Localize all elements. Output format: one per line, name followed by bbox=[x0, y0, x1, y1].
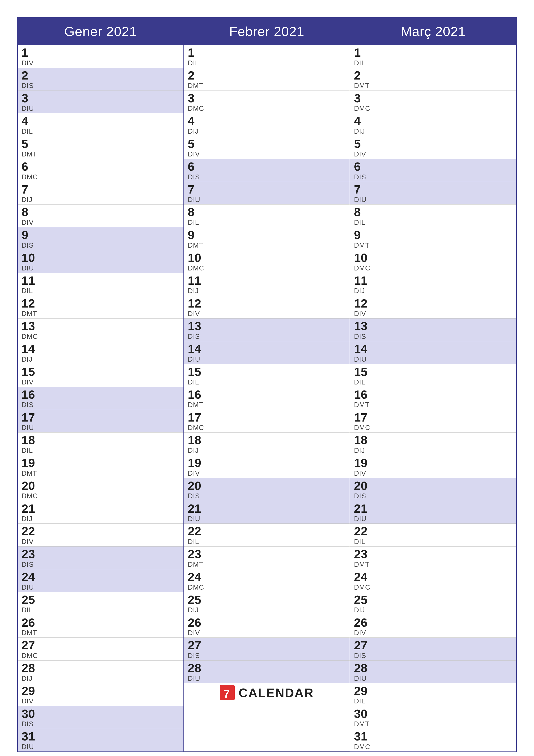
day-row: 1DIV bbox=[18, 45, 184, 68]
day-row: 8DIL bbox=[184, 204, 350, 228]
day-name: DIU bbox=[188, 196, 346, 203]
day-row: 10DIU bbox=[18, 250, 184, 273]
month-col-0: Gener 20211DIV2DIS3DIU4DIL5DMT6DMC7DIJ8D… bbox=[18, 18, 184, 751]
day-number: 24 bbox=[21, 570, 180, 583]
day-name: DIV bbox=[354, 150, 513, 158]
day-number: 11 bbox=[188, 274, 346, 287]
day-number: 2 bbox=[21, 69, 180, 82]
day-name: DIS bbox=[21, 242, 180, 249]
day-row: 28DIJ bbox=[18, 661, 184, 683]
day-row: 28DIU bbox=[184, 661, 350, 683]
day-row: 19DIV bbox=[184, 455, 350, 478]
day-row: 29DIV bbox=[18, 683, 184, 706]
day-row: 22DIL bbox=[350, 524, 516, 547]
day-row: 19DMT bbox=[18, 455, 184, 478]
logo-text: CALENDAR bbox=[239, 686, 314, 700]
day-number: 6 bbox=[188, 160, 346, 173]
day-number: 4 bbox=[21, 114, 180, 127]
day-row: 27DMC bbox=[18, 638, 184, 661]
day-row: 7DIU bbox=[184, 182, 350, 205]
day-row: 17DMC bbox=[350, 410, 516, 433]
day-number: 12 bbox=[354, 297, 513, 310]
day-name: DIL bbox=[21, 127, 180, 135]
page: Gener 20211DIV2DIS3DIU4DIL5DMT6DMC7DIJ8D… bbox=[0, 0, 534, 756]
day-name: DIU bbox=[188, 356, 346, 363]
day-number: 9 bbox=[21, 228, 180, 242]
day-name: DIU bbox=[354, 196, 513, 203]
calendar-logo-icon: 7 bbox=[220, 685, 235, 700]
empty-row bbox=[184, 702, 350, 727]
day-number: 26 bbox=[188, 616, 346, 629]
day-number: 23 bbox=[188, 547, 346, 561]
day-row: 25DIL bbox=[18, 592, 184, 615]
day-row: 9DMT bbox=[184, 228, 350, 250]
day-number: 17 bbox=[21, 411, 180, 424]
day-row: 11DIJ bbox=[350, 273, 516, 296]
day-row: 23DMT bbox=[350, 547, 516, 569]
day-name: DIJ bbox=[188, 606, 346, 614]
day-number: 31 bbox=[21, 730, 180, 743]
day-name: DIS bbox=[354, 173, 513, 181]
day-name: DMC bbox=[354, 743, 513, 751]
day-name: DIV bbox=[188, 310, 346, 317]
day-row: 26DIV bbox=[184, 615, 350, 638]
day-number: 16 bbox=[188, 388, 346, 401]
day-name: DIJ bbox=[188, 287, 346, 295]
day-row: 6DIS bbox=[350, 159, 516, 182]
day-name: DIL bbox=[354, 378, 513, 386]
day-row: 18DIJ bbox=[184, 433, 350, 455]
day-name: DMT bbox=[21, 629, 180, 636]
month-col-2: Març 20211DIL2DMT3DMC4DIJ5DIV6DIS7DIU8DI… bbox=[350, 18, 516, 751]
day-row: 24DIU bbox=[18, 569, 184, 592]
day-row: 21DIU bbox=[184, 501, 350, 524]
day-name: DMT bbox=[188, 561, 346, 568]
day-row: 21DIU bbox=[350, 501, 516, 524]
day-name: DMT bbox=[21, 150, 180, 158]
day-name: DIU bbox=[21, 105, 180, 112]
month-header-0: Gener 2021 bbox=[18, 18, 184, 45]
day-row: 2DIS bbox=[18, 68, 184, 91]
days-container-1: 1DIL2DMT3DMC4DIJ5DIV6DIS7DIU8DIL9DMT10DM… bbox=[184, 45, 350, 751]
day-number: 5 bbox=[354, 137, 513, 150]
day-name: DMT bbox=[188, 242, 346, 249]
day-name: DIV bbox=[21, 59, 180, 67]
day-number: 29 bbox=[21, 684, 180, 698]
day-row: 28DIU bbox=[350, 661, 516, 683]
day-row: 9DIS bbox=[18, 228, 184, 250]
day-number: 11 bbox=[21, 274, 180, 287]
day-row: 4DIL bbox=[18, 113, 184, 136]
day-row: 18DIL bbox=[18, 433, 184, 455]
day-number: 17 bbox=[188, 411, 346, 424]
day-row: 24DMC bbox=[350, 569, 516, 592]
day-row: 5DMT bbox=[18, 136, 184, 159]
month-header-2: Març 2021 bbox=[350, 18, 516, 45]
day-row: 9DMT bbox=[350, 228, 516, 250]
day-name: DIL bbox=[354, 538, 513, 546]
day-row: 17DIU bbox=[18, 410, 184, 433]
day-row: 1DIL bbox=[184, 45, 350, 68]
day-name: DIL bbox=[188, 219, 346, 226]
day-number: 24 bbox=[354, 570, 513, 583]
day-name: DIJ bbox=[354, 606, 513, 614]
day-name: DIS bbox=[354, 652, 513, 660]
day-row: 27DIS bbox=[184, 638, 350, 661]
day-number: 16 bbox=[354, 388, 513, 401]
day-row: 3DMC bbox=[184, 91, 350, 114]
day-number: 16 bbox=[21, 388, 180, 401]
day-row: 17DMC bbox=[184, 410, 350, 433]
day-name: DMT bbox=[21, 310, 180, 317]
day-number: 10 bbox=[354, 251, 513, 264]
day-number: 22 bbox=[188, 525, 346, 538]
day-name: DMC bbox=[188, 264, 346, 272]
day-row: 7DIU bbox=[350, 182, 516, 205]
day-row: 31DMC bbox=[350, 729, 516, 751]
day-row: 4DIJ bbox=[350, 113, 516, 136]
day-row: 16DMT bbox=[350, 387, 516, 410]
day-number: 27 bbox=[188, 638, 346, 652]
day-name: DMC bbox=[354, 264, 513, 272]
day-row: 12DIV bbox=[184, 296, 350, 319]
day-name: DIL bbox=[188, 378, 346, 386]
day-number: 28 bbox=[21, 662, 180, 675]
day-name: DIV bbox=[21, 219, 180, 226]
day-row: 21DIJ bbox=[18, 501, 184, 524]
